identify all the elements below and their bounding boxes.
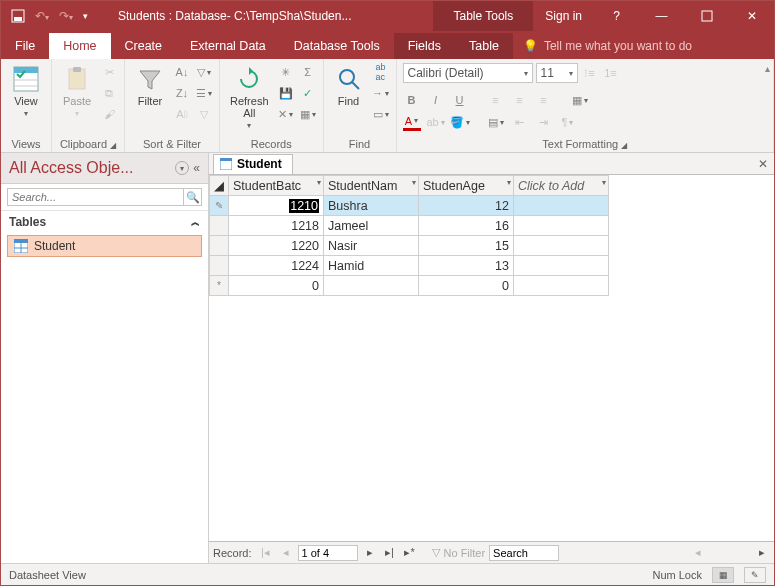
help-icon[interactable]: ? xyxy=(594,1,639,31)
find-button[interactable]: Find xyxy=(330,63,368,109)
close-button[interactable]: ✕ xyxy=(729,1,774,31)
datasheet-view-toggle[interactable]: ▦ xyxy=(712,567,734,583)
goto-icon[interactable]: → xyxy=(372,84,390,102)
record-position-input[interactable] xyxy=(298,545,358,561)
clear-sort-icon[interactable]: A⃠ xyxy=(173,105,191,123)
tab-fields[interactable]: Fields xyxy=(394,33,455,59)
cell-empty[interactable] xyxy=(514,196,609,216)
new-record-button[interactable]: ▸* xyxy=(402,546,418,559)
prev-record-button[interactable]: ◂ xyxy=(278,546,294,559)
select-icon[interactable]: ▭ xyxy=(372,105,390,123)
cut-icon[interactable]: ✂ xyxy=(100,63,118,81)
row-selector[interactable] xyxy=(210,236,229,256)
design-view-toggle[interactable]: ✎ xyxy=(744,567,766,583)
close-tab-icon[interactable]: ✕ xyxy=(758,157,768,171)
data-row[interactable]: 1218 Jameel 16 xyxy=(210,216,609,236)
underline-icon[interactable]: U xyxy=(451,91,469,109)
totals-icon[interactable]: Σ xyxy=(299,63,317,81)
align-left-icon[interactable]: ≡ xyxy=(487,91,505,109)
filter-button[interactable]: Filter xyxy=(131,63,169,109)
cell-age[interactable]: 12 xyxy=(419,196,514,216)
undo-icon[interactable]: ↶▾ xyxy=(35,9,49,23)
scroll-left-button[interactable]: ◂ xyxy=(690,546,706,559)
data-row[interactable]: 1220 Nasir 15 xyxy=(210,236,609,256)
tab-file[interactable]: File xyxy=(1,33,49,59)
cell-batch[interactable]: 1210 xyxy=(229,196,324,216)
cell-batch[interactable]: 1220 xyxy=(229,236,324,256)
last-record-button[interactable]: ▸| xyxy=(382,546,398,559)
next-record-button[interactable]: ▸ xyxy=(362,546,378,559)
new-record-icon[interactable]: ✳ xyxy=(277,63,295,81)
more-records-icon[interactable]: ▦ xyxy=(299,105,317,123)
cell-batch[interactable]: 0 xyxy=(229,276,324,296)
collapse-group-icon[interactable]: ︽ xyxy=(191,216,200,229)
cell-age[interactable]: 16 xyxy=(419,216,514,236)
save-record-icon[interactable]: 💾 xyxy=(277,84,295,102)
select-all-cell[interactable]: ◢ xyxy=(210,176,229,196)
view-button[interactable]: View ▾ xyxy=(7,63,45,120)
cell-name[interactable]: Nasir xyxy=(324,236,419,256)
replace-icon[interactable]: abac xyxy=(372,63,390,81)
column-header-studentage[interactable]: StudenAge▾ xyxy=(419,176,514,196)
toggle-filter-icon[interactable]: ▽ xyxy=(195,105,213,123)
data-row[interactable]: 1224 Hamid 13 xyxy=(210,256,609,276)
signin-button[interactable]: Sign in xyxy=(533,1,594,31)
format-painter-icon[interactable]: 🖌 xyxy=(100,105,118,123)
row-selector-editing[interactable]: ✎ xyxy=(210,196,229,216)
cell-name[interactable]: Hamid xyxy=(324,256,419,276)
tab-external-data[interactable]: External Data xyxy=(176,33,280,59)
numbering-icon[interactable]: 1≡ xyxy=(602,64,620,82)
cell-batch[interactable]: 1224 xyxy=(229,256,324,276)
new-record-row[interactable]: * 0 0 xyxy=(210,276,609,296)
cell-batch[interactable]: 1218 xyxy=(229,216,324,236)
font-color-icon[interactable]: A xyxy=(403,113,421,131)
collapse-ribbon-icon[interactable]: ▴ xyxy=(765,63,770,74)
tab-home[interactable]: Home xyxy=(49,33,110,59)
cell-name[interactable] xyxy=(324,276,419,296)
gridlines-icon[interactable]: ▦ xyxy=(571,91,589,109)
fill-color-icon[interactable]: 🪣 xyxy=(451,113,469,131)
italic-icon[interactable]: I xyxy=(427,91,445,109)
nav-pane-header[interactable]: All Access Obje... ▾ « xyxy=(1,153,208,184)
font-size-select[interactable]: 11▾ xyxy=(536,63,578,83)
scroll-right-button[interactable]: ▸ xyxy=(754,546,770,559)
sort-asc-icon[interactable]: A↓ xyxy=(173,63,191,81)
cell-name[interactable]: Bushra xyxy=(324,196,419,216)
cell-age[interactable]: 13 xyxy=(419,256,514,276)
nav-collapse-icon[interactable]: « xyxy=(193,161,200,175)
save-icon[interactable] xyxy=(11,9,25,23)
filter-indicator-icon[interactable]: ▽ xyxy=(432,546,440,559)
cell-empty[interactable] xyxy=(514,276,609,296)
copy-icon[interactable]: ⧉ xyxy=(100,84,118,102)
spelling-icon[interactable]: ✓ xyxy=(299,84,317,102)
first-record-button[interactable]: |◂ xyxy=(258,546,274,559)
align-center-icon[interactable]: ≡ xyxy=(511,91,529,109)
row-selector-new[interactable]: * xyxy=(210,276,229,296)
row-selector[interactable] xyxy=(210,216,229,236)
qat-customize-icon[interactable]: ▾ xyxy=(83,11,88,21)
maximize-button[interactable] xyxy=(684,1,729,31)
increase-indent-icon[interactable]: ⇥ xyxy=(535,113,553,131)
data-row[interactable]: ✎ 1210 Bushra 12 xyxy=(210,196,609,216)
object-tab-student[interactable]: Student xyxy=(213,154,293,174)
decrease-indent-icon[interactable]: ⇤ xyxy=(511,113,529,131)
cell-empty[interactable] xyxy=(514,236,609,256)
nav-group-tables[interactable]: Tables ︽ xyxy=(1,211,208,233)
cell-empty[interactable] xyxy=(514,216,609,236)
cell-age[interactable]: 0 xyxy=(419,276,514,296)
tab-create[interactable]: Create xyxy=(111,33,177,59)
column-header-studentname[interactable]: StudentNam▾ xyxy=(324,176,419,196)
redo-icon[interactable]: ↷▾ xyxy=(59,9,73,23)
datasheet-grid[interactable]: ◢ StudentBatc▾ StudentNam▾ StudenAge▾ Cl… xyxy=(209,175,774,541)
text-direction-icon[interactable]: ¶ xyxy=(559,113,577,131)
highlight-icon[interactable]: ab xyxy=(427,113,445,131)
alt-row-color-icon[interactable]: ▤ xyxy=(487,113,505,131)
align-right-icon[interactable]: ≡ xyxy=(535,91,553,109)
selection-filter-icon[interactable]: ▽ xyxy=(195,63,213,81)
advanced-filter-icon[interactable]: ☰ xyxy=(195,84,213,102)
cell-name[interactable]: Jameel xyxy=(324,216,419,236)
bullets-icon[interactable]: ⁝≡ xyxy=(581,64,599,82)
row-selector[interactable] xyxy=(210,256,229,276)
column-header-studentbatch[interactable]: StudentBatc▾ xyxy=(229,176,324,196)
datasheet-search-input[interactable] xyxy=(489,545,559,561)
